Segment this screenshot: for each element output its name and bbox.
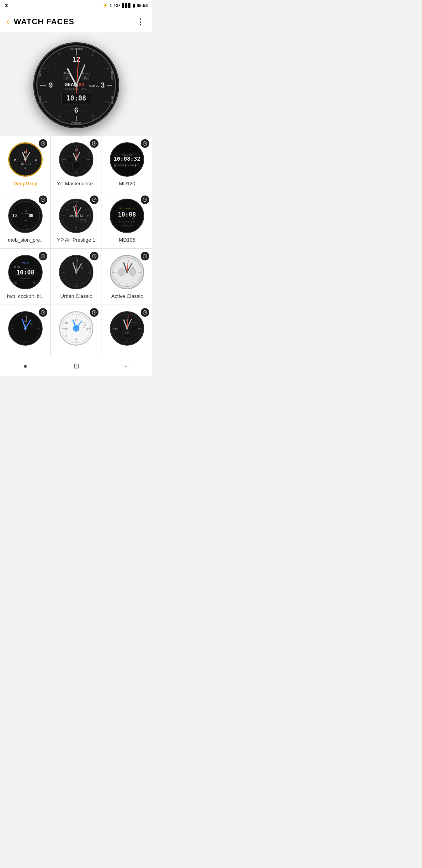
svg-point-184	[129, 269, 136, 276]
list-item[interactable]: 7.10.2018 10:08:32 ▋ POWER ▋ SIGNAL ▋ 2G…	[102, 136, 152, 192]
back-button[interactable]: ‹	[6, 15, 12, 29]
svg-text:STEPS ♥ HEART: STEPS ♥ HEART	[119, 221, 135, 223]
svg-rect-36	[61, 93, 91, 104]
svg-line-13	[42, 101, 47, 103]
watch-thumbnail: 12 2 6 10 8 10 3457 FRI 28 4	[59, 311, 93, 346]
home-icon: ●	[23, 362, 28, 370]
svg-text:3: 3	[35, 158, 37, 161]
list-item[interactable]: 28 Active Classic	[102, 249, 152, 305]
list-item[interactable]: 11 1 5 7 10 3 6 10:08:32 AUTOMATIC 29	[51, 192, 101, 248]
svg-text:10: 10	[12, 213, 17, 218]
svg-text:2: 2	[138, 327, 139, 330]
watch-thumbnail: 28	[110, 255, 144, 289]
header: ‹ WATCH FACES ⋮	[0, 11, 152, 33]
svg-line-15	[92, 115, 94, 120]
watch-thumbnail: 12	[59, 142, 93, 177]
svg-text:08: 08	[29, 213, 33, 218]
page-title: WATCH FACES	[14, 17, 134, 26]
svg-point-247	[126, 327, 128, 329]
svg-text:GEAR: GEAR	[64, 82, 77, 87]
svg-text:2018 THU AUG-30: 2018 THU AUG-30	[119, 207, 136, 209]
featured-watch-svg: 12 6 9 3 StopWatch Weather Timer Calenda…	[33, 42, 119, 128]
svg-text:10:08: 10:08	[20, 162, 30, 166]
svg-text:100: 100	[14, 282, 17, 284]
svg-point-189	[126, 271, 128, 273]
svg-point-66	[72, 161, 80, 169]
watch-face-name: hyb_cockpit_bl..	[7, 293, 43, 300]
list-item[interactable]: THU 06 89 892 PM 10:08 5.7 mi 3457 100 3…	[0, 249, 50, 305]
svg-text:OPT: OPT	[131, 217, 135, 220]
svg-text:PM: PM	[24, 219, 27, 222]
list-item[interactable]: 12 2 10 FRI 28 9:30	[102, 305, 152, 356]
svg-text:10: 10	[115, 327, 118, 330]
svg-text:12: 12	[23, 150, 27, 154]
watch-thumbnail: 2018 THU AUG-30 10:08 OPT STEPS ♥ HEART …	[110, 199, 144, 233]
svg-line-8	[92, 51, 94, 56]
status-right: ⚡ 1 4G+ ▋▋▋ ▮ 05:53	[102, 3, 148, 8]
list-item[interactable]: 2018 THU AUG-30 10:08 OPT STEPS ♥ HEART …	[102, 192, 152, 248]
svg-text:CHRONOGRAPH: CHRONOGRAPH	[65, 88, 87, 90]
svg-point-241	[118, 326, 123, 331]
svg-point-55	[24, 158, 27, 161]
svg-point-120	[75, 215, 77, 217]
watch-face-name: MD120	[119, 181, 135, 187]
more-button[interactable]: ⋮	[134, 15, 146, 29]
clock-badge	[39, 139, 47, 148]
svg-text:Calendar: Calendar	[111, 69, 114, 80]
svg-text:1: 1	[85, 208, 86, 211]
list-item[interactable]: 12 28	[0, 305, 50, 356]
svg-text:5.7 mi  3457: 5.7 mi 3457	[20, 277, 30, 280]
watch-thumbnail: TUE 10 28 AUG 10 08 : PM 100 35 3457 5.7…	[8, 199, 43, 233]
svg-text:28: 28	[30, 323, 32, 325]
network-icon: 4G+	[114, 4, 120, 7]
watch-face-name: Active Classic	[111, 293, 143, 300]
featured-section: 12 6 9 3 StopWatch Weather Timer Calenda…	[0, 33, 152, 136]
clock-badge	[39, 195, 47, 204]
clock-badge	[141, 308, 149, 317]
home-button[interactable]: ●	[18, 358, 33, 374]
recents-button[interactable]: ⊡	[68, 358, 84, 374]
watch-thumbnail: 12 6 9 3 10:08	[8, 142, 43, 177]
clock-badge	[90, 308, 98, 317]
svg-text:Timer: Timer	[39, 71, 41, 78]
svg-text:AUTOMATIC: AUTOMATIC	[75, 219, 87, 221]
svg-rect-30	[82, 75, 89, 80]
svg-point-72	[75, 158, 77, 160]
watch-thumbnail: 7.10.2018 10:08:32 ▋ POWER ▋ SIGNAL ▋ 2G	[110, 142, 144, 177]
watch-thumbnail: 12 2 10 FRI 28 9:30	[110, 311, 144, 346]
svg-text:6: 6	[75, 337, 77, 341]
svg-text:7: 7	[66, 220, 68, 223]
list-item[interactable]: 12 YP Masterpiece..	[51, 136, 101, 192]
svg-text:4: 4	[83, 326, 84, 328]
svg-text:80: 80	[84, 76, 87, 79]
clock-badge	[141, 252, 149, 260]
svg-text:12: 12	[72, 56, 80, 63]
list-item[interactable]: 12 6 9 3 10:08 DeepGrey	[0, 136, 50, 192]
svg-text:10: 10	[64, 327, 68, 330]
svg-text:6: 6	[75, 226, 77, 229]
back-nav-button[interactable]: ←	[119, 358, 135, 374]
clock-badge	[141, 139, 149, 148]
svg-text:3457: 3457	[23, 224, 28, 227]
watch-face-name: YP Air Prestige 1	[57, 237, 95, 244]
svg-text:THU 06: THU 06	[22, 262, 29, 264]
svg-line-9	[59, 51, 60, 56]
svg-point-183	[118, 269, 125, 276]
list-item[interactable]: 28 Urban Classic	[51, 249, 101, 305]
clock-badge	[141, 195, 149, 204]
svg-text:28: 28	[84, 324, 87, 326]
svg-text:11: 11	[75, 204, 78, 207]
svg-text:8: 8	[65, 334, 67, 337]
list-item[interactable]: 12 2 6 10 8 10 3457 FRI 28 4	[51, 305, 101, 356]
svg-text:0: 0	[66, 76, 68, 79]
clock-badge	[90, 252, 98, 260]
watch-thumbnail: 28	[59, 255, 93, 289]
clock-time: 05:53	[137, 3, 148, 8]
clock-badge	[39, 308, 47, 317]
svg-line-12	[42, 68, 47, 69]
svg-text:10: 10	[66, 208, 68, 211]
list-item[interactable]: TUE 10 28 AUG 10 08 : PM 100 35 3457 5.7…	[0, 192, 50, 248]
svg-text:Steps: Steps	[63, 72, 70, 75]
svg-line-39	[76, 65, 85, 85]
svg-line-11	[106, 101, 111, 103]
